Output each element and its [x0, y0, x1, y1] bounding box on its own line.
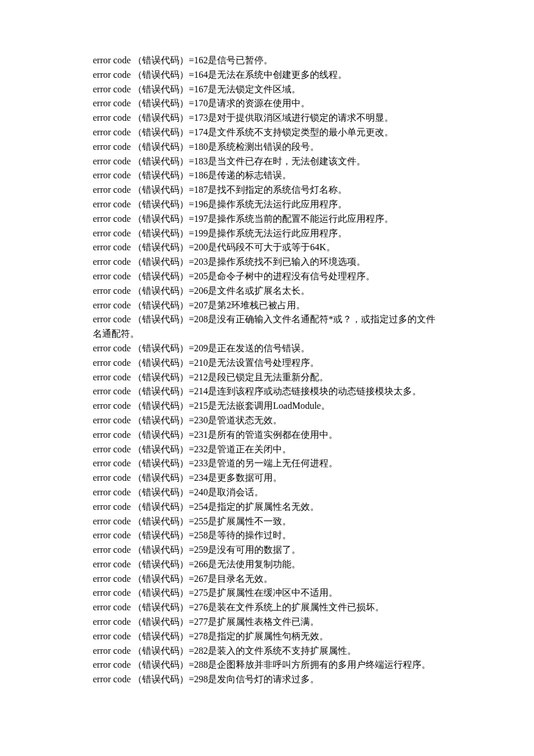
- error-code-line: error code （错误代码）=255是扩展属性不一致。: [93, 514, 441, 529]
- error-code-line: error code （错误代码）=233是管道的另一端上无任何进程。: [93, 456, 441, 471]
- error-code-line: error code （错误代码）=208是没有正确输入文件名通配符*或？，或指…: [93, 312, 441, 341]
- error-code-line: error code （错误代码）=187是找不到指定的系统信号灯名称。: [93, 183, 441, 197]
- error-code-line: error code （错误代码）=278是指定的扩展属性句柄无效。: [93, 629, 441, 644]
- error-code-line: error code （错误代码）=215是无法嵌套调用LoadModule。: [93, 399, 441, 413]
- error-code-line: error code （错误代码）=266是无法使用复制功能。: [93, 557, 441, 572]
- error-code-line: error code （错误代码）=186是传递的标志错误。: [93, 168, 441, 183]
- error-code-line: error code （错误代码）=180是系统检测出错误的段号。: [93, 140, 441, 154]
- document-page: error code （错误代码）=162是信号已暂停。error code （…: [0, 0, 534, 722]
- error-code-line: error code （错误代码）=282是装入的文件系统不支持扩展属性。: [93, 644, 441, 658]
- error-code-line: error code （错误代码）=203是操作系统找不到已输入的环境选项。: [93, 255, 441, 269]
- error-code-line: error code （错误代码）=230是管道状态无效。: [93, 413, 441, 428]
- error-code-line: error code （错误代码）=275是扩展属性在缓冲区中不适用。: [93, 586, 441, 600]
- error-code-line: error code （错误代码）=240是取消会话。: [93, 485, 441, 500]
- error-code-line: error code （错误代码）=164是无法在系统中创建更多的线程。: [93, 68, 441, 82]
- error-code-line: error code （错误代码）=162是信号已暂停。: [93, 53, 441, 68]
- error-code-line: error code （错误代码）=298是发向信号灯的请求过多。: [93, 672, 441, 687]
- error-code-line: error code （错误代码）=196是操作系统无法运行此应用程序。: [93, 197, 441, 212]
- error-code-line: error code （错误代码）=258是等待的操作过时。: [93, 528, 441, 543]
- error-code-line: error code （错误代码）=212是段已锁定且无法重新分配。: [93, 370, 441, 385]
- error-code-line: error code （错误代码）=205是命令子树中的进程没有信号处理程序。: [93, 269, 441, 284]
- error-code-line: error code （错误代码）=174是文件系统不支持锁定类型的最小单元更改…: [93, 125, 441, 140]
- error-code-line: error code （错误代码）=209是正在发送的信号错误。: [93, 341, 441, 356]
- error-code-line: error code （错误代码）=254是指定的扩展属性名无效。: [93, 500, 441, 514]
- error-code-line: error code （错误代码）=277是扩展属性表格文件已满。: [93, 615, 441, 629]
- error-code-line: error code （错误代码）=183是当文件已存在时，无法创建该文件。: [93, 154, 441, 169]
- error-code-line: error code （错误代码）=206是文件名或扩展名太长。: [93, 284, 441, 298]
- error-code-line: error code （错误代码）=173是对于提供取消区域进行锁定的请求不明显…: [93, 111, 441, 125]
- error-code-line: error code （错误代码）=288是企图释放并非呼叫方所拥有的多用户终端…: [93, 658, 441, 672]
- error-code-line: error code （错误代码）=200是代码段不可大于或等于64K。: [93, 240, 441, 255]
- error-code-line: error code （错误代码）=167是无法锁定文件区域。: [93, 82, 441, 97]
- error-code-line: error code （错误代码）=214是连到该程序或动态链接模块的动态链接模…: [93, 384, 441, 399]
- error-code-line: error code （错误代码）=231是所有的管道实例都在使用中。: [93, 428, 441, 442]
- error-code-line: error code （错误代码）=199是操作系统无法运行此应用程序。: [93, 226, 441, 241]
- error-code-line: error code （错误代码）=207是第2环堆栈已被占用。: [93, 298, 441, 313]
- error-code-line: error code （错误代码）=267是目录名无效。: [93, 572, 441, 586]
- error-code-line: error code （错误代码）=234是更多数据可用。: [93, 471, 441, 485]
- error-code-line: error code （错误代码）=276是装在文件系统上的扩展属性文件已损坏。: [93, 600, 441, 615]
- error-code-line: error code （错误代码）=197是操作系统当前的配置不能运行此应用程序…: [93, 212, 441, 226]
- error-code-line: error code （错误代码）=170是请求的资源在使用中。: [93, 96, 441, 111]
- error-code-line: error code （错误代码）=210是无法设置信号处理程序。: [93, 356, 441, 370]
- error-code-line: error code （错误代码）=259是没有可用的数据了。: [93, 543, 441, 557]
- error-code-line: error code （错误代码）=232是管道正在关闭中。: [93, 442, 441, 457]
